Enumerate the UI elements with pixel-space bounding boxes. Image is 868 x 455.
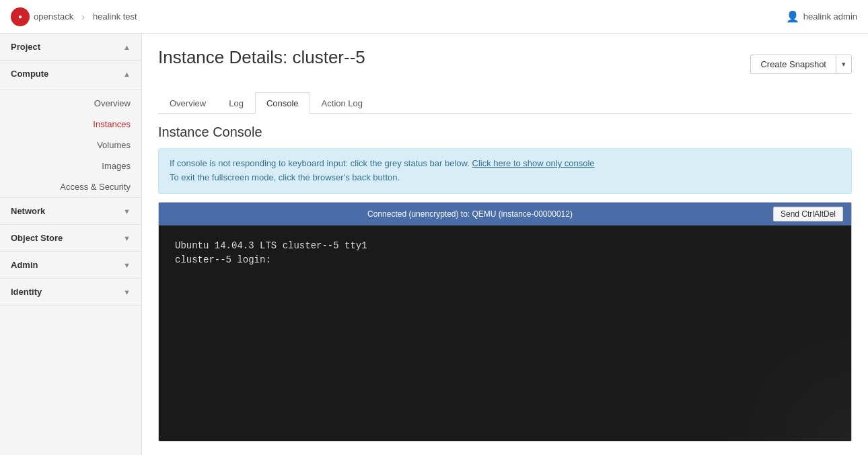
- identity-chevron-icon: ▼: [123, 288, 131, 296]
- sidebar-object-store-label: Object Store: [11, 233, 63, 243]
- logo-text: openstack: [34, 11, 73, 22]
- console-info-line1: If console is not responding to keyboard…: [170, 157, 840, 171]
- sidebar-section-admin: Admin ▼: [0, 252, 141, 279]
- admin-chevron-icon: ▼: [123, 261, 131, 269]
- sidebar-item-volumes[interactable]: Volumes: [0, 135, 141, 155]
- topbar-left: ● openstack › healink test: [11, 7, 137, 26]
- console-section-title: Instance Console: [158, 125, 852, 140]
- console-toolbar: Connected (unencrypted) to: QEMU (instan…: [159, 203, 851, 225]
- sidebar-network-label: Network: [11, 206, 45, 216]
- sidebar-identity-header[interactable]: Identity ▼: [0, 279, 141, 305]
- terminal-line-3: cluster--5 login:: [175, 253, 835, 267]
- dropdown-arrow-icon: ▾: [842, 60, 846, 68]
- sidebar-compute-label: Compute: [11, 69, 48, 79]
- sidebar-identity-label: Identity: [11, 287, 42, 297]
- topbar: ● openstack › healink test 👤 healink adm…: [0, 0, 868, 34]
- ctrl-alt-del-button[interactable]: Send CtrlAltDel: [773, 207, 843, 221]
- tab-action-log[interactable]: Action Log: [310, 92, 374, 114]
- breadcrumb-user[interactable]: healink admin: [803, 11, 857, 22]
- breadcrumb-project[interactable]: healink test: [93, 11, 137, 22]
- user-icon: 👤: [786, 10, 799, 23]
- breadcrumb-separator: ›: [81, 11, 85, 22]
- sidebar-compute-header[interactable]: Compute ▲: [0, 61, 141, 87]
- main-layout: Project ▲ Compute ▲ Overview Instances V…: [0, 34, 868, 455]
- create-snapshot-btn-group: Create Snapshot ▾: [750, 55, 852, 74]
- show-only-console-link[interactable]: Click here to show only console: [472, 158, 595, 168]
- console-info-line2: To exit the fullscreen mode, click the b…: [170, 171, 840, 185]
- topbar-right: 👤 healink admin: [786, 10, 857, 23]
- sidebar-section-network: Network ▼: [0, 198, 141, 225]
- tab-console[interactable]: Console: [255, 92, 310, 114]
- sidebar-section-identity: Identity ▼: [0, 279, 141, 306]
- console-wrapper: Connected (unencrypted) to: QEMU (instan…: [158, 202, 852, 442]
- content-area: Instance Details: cluster--5 Create Snap…: [142, 34, 868, 455]
- terminal-line-1: Ubuntu 14.04.3 LTS cluster--5 tty1: [175, 239, 835, 253]
- object-store-chevron-icon: ▼: [123, 234, 131, 242]
- instance-tabs: Overview Log Console Action Log: [158, 92, 852, 114]
- tab-overview[interactable]: Overview: [158, 92, 217, 114]
- sidebar-item-images[interactable]: Images: [0, 155, 141, 176]
- sidebar-project-label: Project: [11, 42, 40, 52]
- create-snapshot-button[interactable]: Create Snapshot: [750, 55, 836, 74]
- console-info-box: If console is not responding to keyboard…: [158, 148, 852, 194]
- compute-divider: [0, 90, 141, 90]
- sidebar-section-object-store: Object Store ▼: [0, 225, 141, 252]
- compute-chevron-icon: ▲: [123, 70, 131, 78]
- sidebar-admin-header[interactable]: Admin ▼: [0, 252, 141, 278]
- openstack-logo: ● openstack: [11, 7, 73, 26]
- console-status-text: Connected (unencrypted) to: QEMU (instan…: [167, 209, 773, 219]
- sidebar-item-access-security[interactable]: Access & Security: [0, 176, 141, 197]
- sidebar: Project ▲ Compute ▲ Overview Instances V…: [0, 34, 142, 455]
- page-title: Instance Details: cluster--5: [158, 47, 365, 68]
- console-screen[interactable]: Ubuntu 14.04.3 LTS cluster--5 tty1 clust…: [159, 225, 851, 441]
- tab-log[interactable]: Log: [217, 92, 255, 114]
- create-snapshot-dropdown-button[interactable]: ▾: [836, 55, 852, 74]
- page-header-row: Instance Details: cluster--5 Create Snap…: [158, 47, 852, 81]
- openstack-logo-icon: ●: [11, 7, 30, 26]
- sidebar-object-store-header[interactable]: Object Store ▼: [0, 225, 141, 251]
- sidebar-network-header[interactable]: Network ▼: [0, 198, 141, 224]
- sidebar-admin-label: Admin: [11, 260, 38, 270]
- sidebar-section-project: Project ▲: [0, 34, 141, 61]
- sidebar-section-compute: Compute ▲ Overview Instances Volumes Ima…: [0, 61, 141, 198]
- sidebar-project-header[interactable]: Project ▲: [0, 34, 141, 60]
- sidebar-item-instances[interactable]: Instances: [0, 114, 141, 135]
- project-chevron-icon: ▲: [123, 43, 131, 51]
- network-chevron-icon: ▼: [123, 207, 131, 215]
- sidebar-item-overview[interactable]: Overview: [0, 93, 141, 114]
